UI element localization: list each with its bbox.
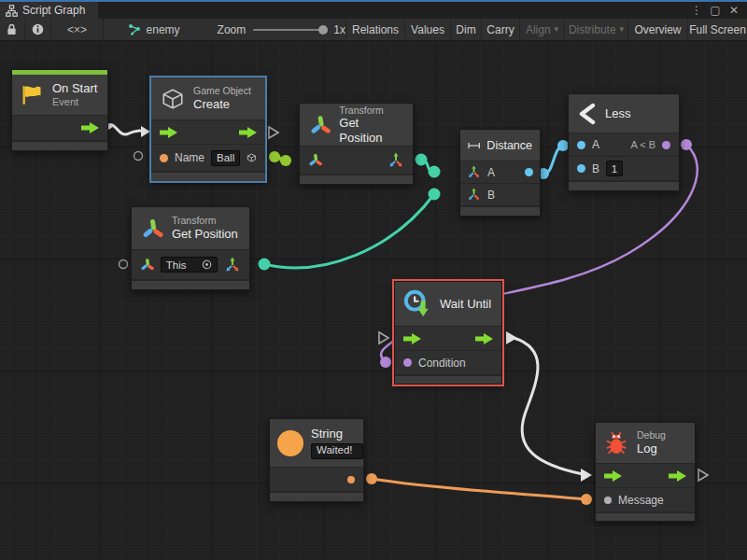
port-label-a: A — [487, 166, 495, 179]
tab-title: Script Graph — [22, 4, 85, 17]
node-title: Distance — [486, 139, 532, 152]
node-title: Log — [637, 441, 666, 456]
breadcrumb[interactable]: enemy — [128, 19, 180, 40]
node-category: Transform — [172, 215, 238, 227]
flow-output-port[interactable] — [239, 127, 257, 138]
float-input-port-b[interactable] — [577, 164, 585, 173]
transform-icon — [141, 217, 163, 240]
flow-output-port[interactable] — [475, 333, 493, 344]
float-input-port-a[interactable] — [577, 141, 585, 149]
less-than-icon — [578, 103, 597, 125]
string-value-field[interactable]: Waited! — [311, 443, 363, 459]
string-type-icon — [277, 430, 303, 456]
graph-hierarchy-icon — [6, 5, 18, 17]
zoom-slider-handle[interactable] — [318, 25, 328, 35]
toolbar-button-fullscreen[interactable]: Full Screen — [687, 19, 747, 40]
bool-output-port[interactable] — [662, 141, 670, 149]
node-category: Transform — [339, 105, 403, 117]
flow-input-port[interactable] — [160, 127, 177, 138]
node-create-game-object[interactable]: Game Object Create Name Ball — [150, 77, 266, 182]
bool-input-port[interactable] — [403, 358, 412, 367]
info-icon — [32, 23, 44, 35]
graph-node-icon — [128, 23, 141, 36]
window-menu-icon[interactable]: ⋮ — [689, 4, 704, 17]
toolbar-button-dim[interactable]: Dim — [450, 19, 481, 40]
tab-script-graph[interactable]: Script Graph — [0, 2, 98, 19]
node-get-position-b[interactable]: Transform Get Position This — [131, 206, 250, 290]
transform-icon — [309, 114, 331, 136]
target-field[interactable]: This — [161, 257, 218, 273]
flag-icon — [20, 84, 44, 106]
distance-icon — [468, 139, 480, 152]
message-input-port[interactable] — [604, 497, 612, 504]
node-category: Game Object — [193, 85, 251, 97]
toolbar-button-values[interactable]: Values — [404, 19, 450, 40]
port-label: Message — [618, 494, 664, 507]
name-field[interactable]: Ball — [211, 150, 240, 166]
node-less[interactable]: Less A A < B B 1 — [568, 93, 680, 191]
lock-button[interactable] — [0, 19, 25, 40]
object-picker-icon[interactable] — [202, 259, 212, 270]
node-title: On Start — [52, 81, 97, 96]
node-get-position-a[interactable]: Transform Get Position — [299, 103, 414, 185]
node-distance[interactable]: Distance A B — [459, 129, 541, 217]
port-label-a: A — [592, 138, 599, 151]
string-output-port[interactable] — [347, 476, 355, 483]
node-title: Create — [193, 97, 251, 112]
script-graph-window: Script Graph ⋮ ▢ ✕ <×> — [0, 0, 747, 560]
flow-input-port[interactable] — [604, 470, 622, 482]
flow-input-port[interactable] — [403, 333, 421, 344]
breadcrumb-label: enemy — [147, 23, 180, 36]
flow-output-port[interactable] — [81, 122, 99, 133]
window-maximize-icon[interactable]: ▢ — [708, 4, 723, 17]
code-toggle-icon: <×> — [67, 23, 87, 36]
vector3-output-port[interactable] — [224, 257, 241, 273]
zoom-level: 1x — [333, 23, 345, 36]
node-title: Wait Until — [440, 297, 491, 311]
window-close-icon[interactable]: ✕ — [726, 4, 741, 17]
string-input-port[interactable] — [160, 154, 168, 162]
gameobject-type-cube-icon — [247, 151, 257, 164]
node-on-start[interactable]: On Start Event — [11, 69, 108, 151]
port-label-b: B — [592, 162, 599, 175]
port-label-b: B — [487, 189, 495, 202]
zoom-slider[interactable] — [253, 29, 326, 31]
game-object-cube-icon — [161, 87, 185, 111]
node-title: Less — [605, 106, 630, 120]
zoom-label: Zoom — [218, 23, 247, 36]
vector3-input-port-a[interactable] — [467, 165, 481, 179]
node-string-literal[interactable]: String Waited! — [269, 418, 364, 502]
vector3-input-port-b[interactable] — [467, 188, 481, 202]
node-title: Get Position — [339, 116, 403, 145]
toolbar-button-carry[interactable]: Carry — [481, 19, 519, 40]
vector3-output-port[interactable] — [388, 152, 404, 169]
zoom-control: Zoom 1x — [218, 19, 345, 40]
toolbar-button-align[interactable]: Align — [519, 19, 564, 40]
float-output-port[interactable] — [525, 168, 533, 176]
node-title: String — [311, 427, 363, 441]
port-label: Condition — [418, 357, 466, 370]
toolbar-button-distribute[interactable]: Distribute — [564, 19, 627, 40]
port-label: Name — [175, 151, 204, 164]
node-subtitle: Event — [52, 96, 97, 108]
transform-input-port[interactable] — [308, 153, 322, 167]
b-value-field[interactable]: 1 — [606, 161, 623, 176]
output-label: A < B — [630, 139, 655, 150]
debug-bug-icon — [604, 430, 628, 455]
lock-icon — [7, 23, 17, 35]
node-debug-log[interactable]: Debug Log Message — [595, 422, 696, 522]
transform-input-port[interactable] — [140, 258, 154, 272]
wait-clock-icon — [402, 289, 432, 318]
node-category: Debug — [637, 429, 666, 441]
toolbar-button-relations[interactable]: Relations — [345, 19, 404, 40]
flow-output-port[interactable] — [669, 470, 686, 482]
code-preview-button[interactable]: <×> — [51, 19, 103, 40]
node-wait-until[interactable]: Wait Until Condition — [394, 281, 502, 385]
tab-bar: Script Graph ⋮ ▢ ✕ — [0, 2, 747, 19]
info-button[interactable] — [25, 19, 52, 40]
toolbar-button-overview[interactable]: Overview — [627, 19, 687, 40]
graph-toolbar: <×> enemy Zoom 1x Relations Values Dim C… — [0, 19, 747, 41]
node-title: Get Position — [172, 227, 238, 242]
window-controls: ⋮ ▢ ✕ — [689, 2, 747, 19]
